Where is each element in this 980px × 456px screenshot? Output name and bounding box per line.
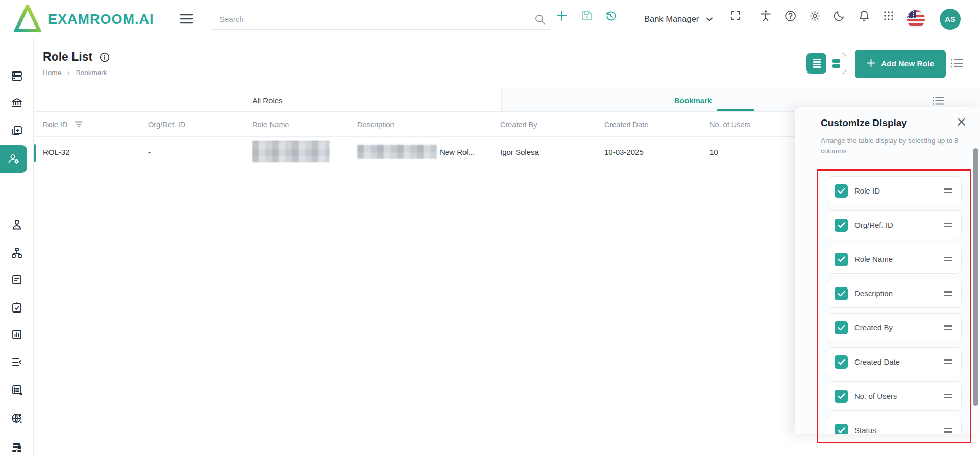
sidebar-item-database[interactable] <box>0 437 34 456</box>
column-option-no-of-users[interactable]: No. of Users <box>827 381 962 411</box>
global-search <box>211 9 550 30</box>
drag-handle-icon[interactable] <box>944 359 952 364</box>
add-icon[interactable] <box>555 9 569 22</box>
list-view-toggle-button[interactable] <box>807 53 826 74</box>
breadcrumb-separator: › <box>67 68 70 77</box>
checkbox-checked[interactable] <box>835 424 848 435</box>
sidebar-item-roles[interactable] <box>0 145 27 173</box>
option-label: Role ID <box>854 186 880 195</box>
accessibility-icon[interactable] <box>759 9 772 22</box>
view-mode-toggle <box>806 53 846 74</box>
user-avatar[interactable]: AS <box>940 9 961 30</box>
settings-gear-icon[interactable] <box>808 9 821 22</box>
cell-description: New Rol... <box>357 137 475 166</box>
app-window: EXAMROOM.AI <box>0 0 980 456</box>
sidebar-item-reports[interactable] <box>0 324 34 345</box>
checkbox-checked[interactable] <box>835 355 848 369</box>
save-icon[interactable] <box>580 9 594 22</box>
list-view-icon <box>813 59 821 68</box>
column-header-created-date[interactable]: Created Date <box>604 112 648 137</box>
column-header-role-id[interactable]: Role ID <box>43 112 83 137</box>
customize-display-panel: Customize Display Arrange the table disp… <box>795 107 980 434</box>
close-icon[interactable] <box>957 117 966 128</box>
sidebar-item-hierarchy[interactable] <box>0 242 34 263</box>
drag-handle-icon[interactable] <box>944 325 952 330</box>
apps-grid-icon[interactable] <box>882 9 895 22</box>
column-header-org-ref-id[interactable]: Org/Ref. ID <box>148 112 185 137</box>
column-header-created-by[interactable]: Created By <box>500 112 537 137</box>
drag-handle-icon[interactable] <box>944 257 952 261</box>
dark-mode-moon-icon[interactable] <box>832 9 846 22</box>
drag-handle-icon[interactable] <box>944 428 952 433</box>
column-options-list: Role ID Org/Ref. ID Role Name Descriptio… <box>827 176 962 434</box>
sidebar-item-organization[interactable] <box>0 92 34 113</box>
page-title-text: Role List <box>43 50 92 64</box>
row-accent-bar <box>34 144 36 162</box>
checkbox-checked[interactable] <box>835 219 848 232</box>
search-icon[interactable] <box>534 13 546 28</box>
column-header-label: Role ID <box>43 121 67 129</box>
search-input[interactable] <box>211 15 517 23</box>
column-option-org-ref-id[interactable]: Org/Ref. ID <box>827 210 962 239</box>
drag-handle-icon[interactable] <box>944 223 952 227</box>
sidebar-item-web[interactable] <box>0 407 34 429</box>
drag-handle-icon[interactable] <box>944 291 952 296</box>
help-icon[interactable] <box>783 9 797 22</box>
tab-all-roles[interactable]: All Roles <box>34 89 502 111</box>
top-header: EXAMROOM.AI <box>0 0 980 38</box>
filter-icon[interactable] <box>74 120 83 129</box>
checkbox-checked[interactable] <box>835 321 848 334</box>
avatar-initials: AS <box>945 15 955 23</box>
column-option-role-name[interactable]: Role Name <box>827 245 962 274</box>
option-label: No. of Users <box>854 392 897 400</box>
language-flag-us[interactable] <box>907 10 925 28</box>
card-view-toggle-button[interactable] <box>826 53 846 74</box>
column-option-created-by[interactable]: Created By <box>827 313 962 342</box>
column-option-created-date[interactable]: Created Date <box>827 347 962 376</box>
checkbox-checked[interactable] <box>835 184 848 198</box>
description-visible-text: New Rol... <box>439 148 475 156</box>
checkbox-checked[interactable] <box>835 253 848 266</box>
column-option-role-id[interactable]: Role ID <box>827 176 962 205</box>
sidebar-item-forms[interactable] <box>0 269 34 291</box>
sidebar-item-menu-collapse[interactable] <box>0 351 34 373</box>
column-header-label: Created By <box>500 121 537 129</box>
tab-all-roles-label: All Roles <box>252 96 282 105</box>
drag-handle-icon[interactable] <box>944 394 952 398</box>
customize-columns-icon[interactable] <box>932 95 944 108</box>
panel-title: Customize Display <box>821 117 907 129</box>
sidebar-item-storage[interactable] <box>0 65 34 87</box>
sidebar-item-catalog[interactable] <box>0 379 34 400</box>
role-selector-label: Bank Manager <box>644 14 699 24</box>
column-header-no-of-users[interactable]: No. of Users <box>709 112 751 137</box>
column-option-description[interactable]: Description <box>827 279 962 308</box>
column-header-role-name[interactable]: Role Name <box>252 112 289 137</box>
column-header-label: Description <box>357 121 395 129</box>
drag-handle-icon[interactable] <box>944 188 952 193</box>
add-new-role-button[interactable]: Add New Role <box>855 50 946 78</box>
column-header-label: Role Name <box>252 121 289 129</box>
examroom-logo[interactable]: EXAMROOM.AI <box>14 5 154 34</box>
sidebar-item-users[interactable] <box>0 214 34 235</box>
active-tab-indicator <box>717 109 754 111</box>
fullscreen-icon[interactable] <box>729 9 742 22</box>
panel-scrollbar-thumb[interactable] <box>973 148 978 406</box>
sidebar-item-tasks[interactable] <box>0 297 34 318</box>
column-list-icon[interactable] <box>950 57 964 71</box>
info-icon[interactable] <box>100 52 110 62</box>
role-selector-dropdown[interactable]: Bank Manager <box>644 0 713 38</box>
checkbox-checked[interactable] <box>835 390 848 403</box>
column-header-label: Org/Ref. ID <box>148 121 185 129</box>
tab-bookmark-label: Bookmark <box>674 96 712 105</box>
history-icon[interactable] <box>604 9 618 22</box>
cell-role-id: ROL-32 <box>43 137 70 166</box>
notifications-bell-icon[interactable] <box>857 9 871 22</box>
column-option-status[interactable]: Status <box>827 416 962 434</box>
menu-toggle-icon[interactable] <box>180 13 193 27</box>
option-label: Created Date <box>854 357 900 366</box>
sidebar-item-exam-builder[interactable] <box>0 120 34 141</box>
checkbox-checked[interactable] <box>835 287 848 300</box>
column-header-description[interactable]: Description <box>357 112 395 137</box>
breadcrumb-home[interactable]: Home <box>43 69 61 77</box>
option-label: Created By <box>854 323 893 332</box>
